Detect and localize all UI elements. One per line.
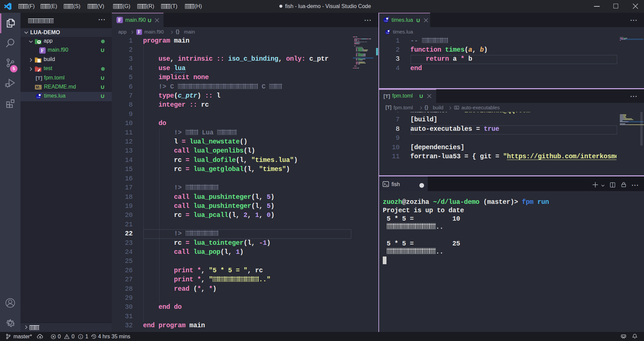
svg-text:Lua: Lua bbox=[384, 20, 388, 22]
svg-text:Lua: Lua bbox=[37, 96, 41, 98]
svg-text:Lua: Lua bbox=[386, 32, 389, 34]
